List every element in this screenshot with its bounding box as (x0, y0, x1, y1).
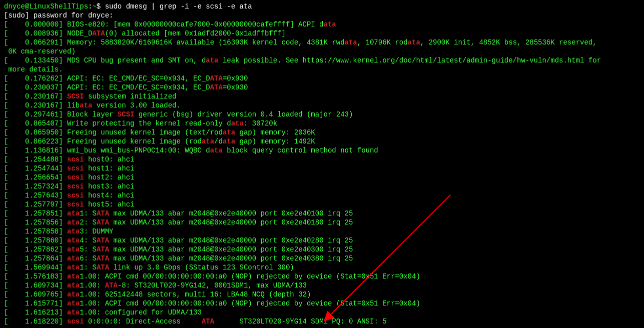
grep-match: ata (231, 120, 244, 128)
output-line: [ 1.257860] ata4: SATA max UDMA/133 abar… (4, 236, 640, 245)
output-line: [ 1.257797] scsi host5: ahci (4, 200, 640, 209)
grep-match: ata (67, 236, 80, 244)
command-text: sudo dmesg | grep -i -e scsi -e ata (101, 2, 252, 10)
grep-match: ATA (97, 254, 109, 262)
grep-match: ATA (97, 236, 109, 244)
grep-match: ata (345, 38, 357, 46)
prompt-line: dnyce@LinuxShellTips:~$ sudo dmesg | gre… (4, 2, 640, 11)
grep-match: ata (67, 282, 80, 290)
grep-match: ATA (210, 84, 223, 92)
terminal-output[interactable]: dnyce@LinuxShellTips:~$ sudo dmesg | gre… (4, 2, 640, 326)
output-line: [ 0.866223] Freeing unused kernel image … (4, 137, 640, 146)
grep-match: ata (202, 138, 214, 146)
output-line: [ 0.297461] Block layer SCSI generic (bs… (4, 110, 640, 119)
grep-match: scsi (67, 164, 84, 172)
grep-match: ata (80, 102, 92, 110)
grep-match: ATA (105, 282, 118, 290)
grep-match: ata (223, 128, 235, 136)
grep-match: ATA (92, 30, 105, 38)
output-line: [ 0.176262] ACPI: EC: EC_CMD/EC_SC=0x934… (4, 74, 640, 83)
grep-match: ata (67, 218, 80, 226)
grep-match: ATA (97, 264, 109, 272)
output-line: [ 0.865950] Freeing unused kernel image … (4, 128, 640, 137)
output-line: [ 0.230167] SCSI subsystem initialized (4, 92, 640, 101)
output-line: 0K cma-reserved) (4, 47, 640, 56)
output-line: [ 1.615771] ata1.00: ACPI cmd 00/00:00:0… (4, 299, 640, 308)
output-line: [ 1.569944] ata1: SATA link up 3.0 Gbps … (4, 263, 640, 272)
grep-match: ATA (97, 210, 109, 218)
output-line: [ 1.257643] scsi host4: ahci (4, 191, 640, 200)
grep-match: ata (67, 254, 80, 262)
output-line: [ 0.230037] ACPI: EC: EC_CMD/EC_SC=0x934… (4, 83, 640, 92)
output-line: [ 1.257851] ata1: SATA max UDMA/133 abar… (4, 209, 640, 218)
grep-match: SCSI (67, 92, 84, 100)
grep-match: ata (67, 290, 80, 298)
grep-match: ata (67, 228, 80, 236)
output-line: [ 0.865407] Write protecting the kernel … (4, 119, 640, 128)
output-line: [ 1.257862] ata5: SATA max UDMA/133 abar… (4, 245, 640, 254)
grep-match: ata (67, 264, 80, 272)
output-line: [ 0.000000] BIOS-e820: [mem 0x00000000ca… (4, 20, 640, 29)
output-line: [ 0.066291] Memory: 5883820K/6169616K av… (4, 38, 640, 47)
output-line: [ 1.576183] ata1.00: ACPI cmd 00/00:00:0… (4, 272, 640, 281)
grep-match: ata (324, 20, 336, 28)
output-line: [ 1.616213] ata1.00: configured for UDMA… (4, 308, 640, 317)
grep-match: ata (67, 272, 80, 280)
output-line: [ 1.136816] wmi_bus wmi_bus-PNP0C14:00: … (4, 146, 640, 155)
sudo-prompt: [sudo] password for dnyce: (4, 11, 640, 20)
output-line: [ 0.008936] NODE_DATA(0) allocated [mem … (4, 29, 640, 38)
output-line: [ 1.257864] ata6: SATA max UDMA/133 abar… (4, 254, 640, 263)
output-line: [ 1.257858] ata3: DUMMY (4, 227, 640, 236)
grep-match: ATA (97, 218, 109, 226)
grep-match: scsi (67, 318, 84, 326)
grep-match: ata (210, 146, 223, 154)
grep-match: SCSI (118, 110, 135, 118)
grep-match: ata (67, 246, 80, 254)
output-line: more details. (4, 65, 640, 74)
output-line: [ 1.618220] scsi 0:0:0:0: Direct-Access … (4, 317, 640, 326)
grep-match: ata (67, 308, 80, 316)
output-line: [ 1.254488] scsi host0: ahci (4, 155, 640, 164)
output-line: [ 0.133450] MDS CPU bug present and SMT … (4, 56, 640, 65)
grep-match: scsi (67, 182, 84, 190)
grep-match: ATA (202, 318, 214, 326)
grep-match: scsi (67, 192, 84, 200)
output-line: [ 0.230167] libata version 3.00 loaded. (4, 101, 640, 110)
prompt-user: dnyce@LinuxShellTips (4, 2, 88, 10)
output-line: [ 1.257856] ata2: SATA max UDMA/133 abar… (4, 218, 640, 227)
output-line: [ 1.609734] ata1.00: ATA-8: ST320LT020-9… (4, 281, 640, 290)
output-line: [ 1.257324] scsi host3: ahci (4, 182, 640, 191)
grep-match: ata (408, 38, 420, 46)
grep-match: ATA (210, 74, 223, 82)
grep-match: ATA (97, 246, 109, 254)
grep-match: scsi (67, 200, 84, 208)
output-line: [ 1.254744] scsi host1: ahci (4, 164, 640, 173)
grep-match: scsi (67, 156, 84, 164)
output-line: [ 1.256654] scsi host2: ahci (4, 173, 640, 182)
grep-match: ata (67, 300, 80, 308)
grep-match: ata (223, 138, 235, 146)
grep-match: ata (67, 210, 80, 218)
grep-match: scsi (67, 174, 84, 182)
grep-match: ata (206, 56, 218, 64)
output-line: [ 1.609765] ata1.00: 625142448 sectors, … (4, 290, 640, 299)
